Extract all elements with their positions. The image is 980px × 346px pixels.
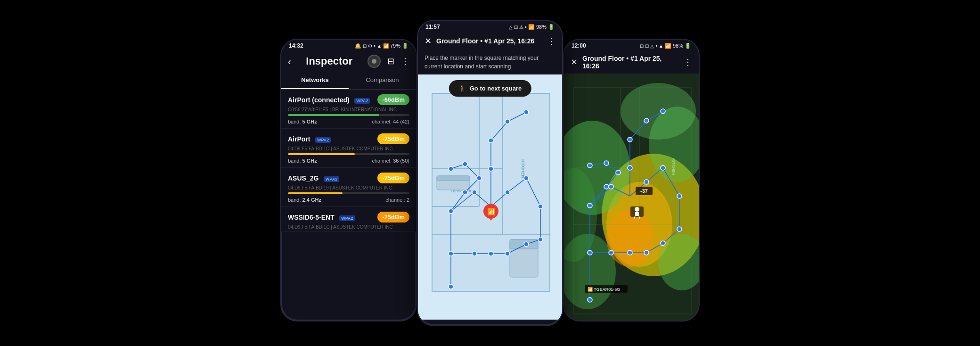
camera-icon-right: ⊡ [645, 43, 649, 49]
record-button[interactable] [368, 55, 381, 68]
alert-icon-right: △ [650, 43, 654, 49]
battery-left: 79% [390, 43, 400, 49]
signal-bar-1 [288, 114, 379, 116]
dot-right: • [655, 43, 657, 49]
network-name-2: AirPort WPA2 [288, 135, 331, 143]
signal-badge-2: -75dBm [377, 133, 409, 144]
svg-rect-14 [437, 176, 470, 181]
svg-point-19 [463, 190, 467, 195]
record-dot [372, 59, 376, 64]
floor-plan-svg: KITCHEN LIVING ROOM BEDROOM [418, 74, 562, 320]
svg-point-34 [524, 242, 529, 247]
tab-comparison[interactable]: Comparison [349, 72, 416, 89]
svg-point-31 [472, 251, 477, 256]
svg-point-23 [489, 166, 493, 171]
svg-text:📶: 📶 [487, 208, 496, 216]
alert-icon: ⚠ [519, 25, 523, 30]
svg-text:KITCHEN: KITCHEN [671, 158, 676, 175]
floor-map[interactable]: KITCHEN LIVING ROOM BEDROOM [418, 74, 562, 320]
tab-networks[interactable]: Networks [281, 72, 349, 89]
svg-text:📶 TGEAR01-5G: 📶 TGEAR01-5G [588, 287, 620, 292]
time-right: 12:00 [572, 42, 586, 49]
wifi-right: 📶 [665, 43, 671, 49]
signal-badge-1: -66dBm [377, 94, 409, 105]
inspector-header: ‹ Inspector ⊟ ⋮ [281, 51, 416, 72]
battery-icon: 🔋 [402, 43, 408, 49]
signal-icon: ▲ [377, 43, 382, 49]
network-detail-1: band: 5 GHz channel: 44 (42) [288, 119, 409, 128]
inspector-title: Inspector [306, 55, 352, 67]
location-icon: △ [509, 25, 513, 30]
floor-title-right: Ground Floor • #1 Apr 25, 16:26 [582, 55, 679, 70]
svg-point-27 [505, 190, 510, 195]
svg-point-73 [661, 241, 665, 246]
signal-bar-3 [288, 192, 343, 194]
network-mac-3: 04:D9:F5:FA:BD:19 | ASUSTEK COMPUTER INC [288, 185, 409, 190]
network-row-2: AirPort WPA2 -75dBm [288, 133, 409, 144]
svg-point-47 [621, 83, 696, 140]
svg-point-30 [538, 237, 543, 242]
battery-right: 98% [673, 43, 683, 49]
settings-icon: ⚙ [368, 43, 372, 49]
close-button[interactable]: ✕ [425, 36, 432, 46]
svg-point-70 [609, 250, 613, 255]
network-list: AirPort (connected) WPA2 -66dBm C0:56:27… [281, 90, 416, 232]
back-button[interactable]: ‹ [288, 56, 291, 67]
svg-point-26 [524, 110, 529, 115]
filter-icon[interactable]: ⊟ [387, 56, 394, 66]
network-row-1: AirPort (connected) WPA2 -66dBm [288, 94, 409, 105]
network-name-3: ASUS_2G WPA2 [288, 174, 339, 182]
notification-icon: 🔔 [355, 43, 361, 49]
network-item-3[interactable]: ASUS_2G WPA2 -75dBm 04:D9:F5:FA:BD:19 | … [281, 168, 416, 207]
network-name-4: WSSID6-5-ENT WPA2 [288, 213, 355, 222]
svg-point-54 [588, 297, 592, 302]
signal-strength-label: -37 [636, 187, 653, 195]
floor-title: Ground Floor • #1 Apr 25, 16:26 [436, 37, 542, 45]
svg-point-62 [628, 165, 632, 170]
network-mac-1: C0:56:27:A8:E1:E5 | BELKIN INTERNATIONAL… [288, 107, 409, 112]
phone-left: 14:32 🔔 ⊡ ⚙ • ▲ 📶 79% 🔋 ‹ Inspector ⊟ ⋮ [280, 39, 417, 321]
more-menu-right[interactable]: ⋮ [684, 57, 692, 67]
svg-point-68 [677, 194, 682, 198]
status-bar-left: 14:32 🔔 ⊡ ⚙ • ▲ 📶 79% 🔋 [281, 40, 416, 51]
go-next-button[interactable]: 🚶 Go to next square [449, 80, 531, 97]
network-row-4: WSSID6-5-ENT WPA2 -75dBm [288, 212, 409, 222]
svg-point-59 [588, 163, 592, 168]
svg-text:-37: -37 [640, 188, 648, 194]
inspector-header-icons: ⊟ ⋮ [368, 55, 409, 68]
svg-point-64 [644, 118, 649, 123]
more-menu-button[interactable]: ⋮ [401, 56, 409, 66]
camera-icon: ⊡ [514, 25, 518, 30]
phones-container: 14:32 🔔 ⊡ ⚙ • ▲ 📶 79% 🔋 ‹ Inspector ⊟ ⋮ [0, 0, 980, 346]
floor-header: ✕ Ground Floor • #1 Apr 25, 16:26 ⋮ [418, 32, 562, 50]
network-detail-3: band: 2.4 GHz channel: 2 [288, 197, 409, 206]
svg-point-63 [628, 137, 632, 142]
network-item-1[interactable]: AirPort (connected) WPA2 -66dBm C0:56:27… [281, 90, 416, 129]
close-button-right[interactable]: ✕ [571, 57, 578, 67]
svg-point-67 [661, 165, 665, 170]
heatmap-area[interactable]: KITCHEN [564, 74, 699, 321]
tabs-left: Networks Comparison [281, 72, 416, 90]
network-item-4[interactable]: WSSID6-5-ENT WPA2 -75dBm 04:D9:F5:FA:BD:… [281, 207, 416, 232]
status-bar-right: 12:00 ⊡ ⊡ △ • ▲ 📶 98% 🔋 [564, 40, 699, 51]
time-left: 14:32 [289, 42, 303, 49]
svg-point-56 [588, 203, 592, 208]
more-menu-center[interactable]: ⋮ [547, 36, 555, 46]
network-name-1: AirPort (connected) WPA2 [288, 96, 370, 104]
battery-center: 98% [536, 24, 547, 30]
wifi-signal-center: 📶 [528, 24, 535, 30]
status-icons-right: ⊡ ⊡ △ • ▲ 📶 98% 🔋 [640, 43, 691, 49]
signal-badge-3: -75dBm [377, 173, 409, 183]
svg-rect-76 [635, 212, 639, 216]
phone-center: 11:57 △ ⊡ ⚠ • 📶 98% 🔋 ✕ Ground Floor • #… [417, 20, 563, 326]
network-mac-2: 04:D9:F5:FA:BD:1D | ASUSTEK COMPUTER INC [288, 146, 409, 151]
svg-point-75 [635, 207, 639, 212]
walk-icon: 🚶 [458, 85, 466, 92]
network-detail-2: band: 5 GHz channel: 36 (50) [288, 158, 409, 167]
svg-point-72 [644, 250, 649, 255]
wifi-signal-icon: 📶 [383, 43, 389, 49]
svg-point-66 [644, 180, 649, 184]
network-item-2[interactable]: AirPort WPA2 -75dBm 04:D9:F5:FA:BD:1D | … [281, 129, 416, 168]
svg-point-57 [609, 184, 613, 189]
svg-point-71 [628, 250, 632, 255]
